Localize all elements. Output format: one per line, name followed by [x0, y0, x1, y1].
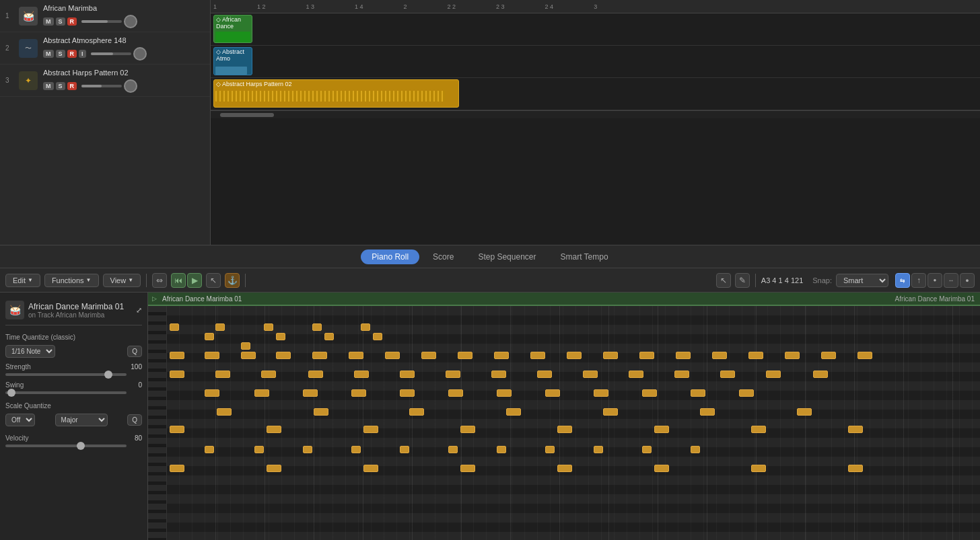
input-monitor-button[interactable]: I: [79, 50, 86, 58]
midi-note[interactable]: [848, 465, 863, 472]
midi-note[interactable]: [303, 446, 312, 453]
midi-note[interactable]: [241, 352, 256, 359]
midi-note[interactable]: [654, 465, 669, 472]
midi-note[interactable]: [545, 389, 560, 397]
midi-note[interactable]: [308, 371, 323, 378]
record-button[interactable]: R: [67, 50, 77, 58]
midi-note[interactable]: [460, 426, 475, 433]
mute-button[interactable]: M: [43, 82, 54, 90]
dot-button[interactable]: ●: [928, 273, 942, 288]
midi-note[interactable]: [351, 446, 361, 453]
midi-note[interactable]: [629, 371, 643, 378]
midi-note[interactable]: [170, 352, 184, 359]
midi-note[interactable]: [205, 389, 219, 397]
midi-note[interactable]: [583, 371, 598, 378]
midi-note[interactable]: [848, 426, 863, 433]
clip-african-dance[interactable]: ◇ African Dance: [213, 15, 252, 43]
midi-note[interactable]: [766, 371, 781, 378]
midi-note[interactable]: [314, 408, 328, 416]
tab-piano-roll[interactable]: Piano Roll: [361, 249, 419, 264]
midi-note[interactable]: [170, 465, 184, 472]
midi-note[interactable]: [400, 446, 409, 453]
up-arrow-button[interactable]: ↑: [911, 273, 926, 288]
velocity-slider[interactable]: [5, 445, 127, 447]
midi-note[interactable]: [751, 465, 766, 472]
midi-note[interactable]: [170, 323, 179, 331]
midi-note[interactable]: [557, 465, 572, 472]
midi-note[interactable]: [373, 333, 382, 340]
midi-note[interactable]: [491, 371, 506, 378]
midi-note[interactable]: [217, 408, 232, 416]
solo-button[interactable]: S: [56, 50, 65, 58]
view-menu[interactable]: View ▼: [103, 274, 141, 287]
track-pan-knob[interactable]: [124, 15, 137, 28]
midi-note[interactable]: [797, 408, 812, 416]
midi-note[interactable]: [361, 323, 370, 331]
midi-note[interactable]: [254, 389, 269, 397]
midi-note[interactable]: [276, 333, 285, 340]
midi-note[interactable]: [205, 352, 219, 359]
midi-note[interactable]: [363, 465, 378, 472]
midi-note[interactable]: [303, 389, 318, 397]
midi-note[interactable]: [351, 389, 366, 397]
track-pan-knob[interactable]: [133, 47, 147, 61]
midi-note[interactable]: [241, 342, 250, 350]
scale-off-select[interactable]: Off On: [5, 414, 35, 426]
midi-note[interactable]: [276, 352, 291, 359]
midi-note[interactable]: [215, 371, 230, 378]
midi-note[interactable]: [312, 323, 322, 331]
midi-note[interactable]: [642, 389, 657, 397]
clip-abstract-atmo[interactable]: ◇ Abstract Atmo: [213, 47, 252, 75]
midi-note[interactable]: [639, 352, 654, 359]
mute-button[interactable]: M: [43, 17, 54, 26]
quantize-apply-button[interactable]: Q: [127, 346, 142, 357]
midi-note[interactable]: [691, 446, 700, 453]
midi-note[interactable]: [446, 371, 460, 378]
functions-menu[interactable]: Functions ▼: [44, 274, 99, 287]
merge-button[interactable]: ⇔: [152, 273, 167, 288]
midi-note[interactable]: [676, 352, 691, 359]
midi-note[interactable]: [603, 352, 618, 359]
midi-note[interactable]: [421, 352, 436, 359]
midi-note[interactable]: [748, 352, 763, 359]
midi-note[interactable]: [691, 389, 705, 397]
midi-note[interactable]: [261, 371, 276, 378]
midi-note[interactable]: [349, 352, 363, 359]
midi-note[interactable]: [409, 408, 424, 416]
midi-note[interactable]: [858, 352, 872, 359]
solo-button[interactable]: S: [56, 17, 65, 26]
midi-note[interactable]: [674, 371, 689, 378]
midi-note[interactable]: [594, 389, 608, 397]
scale-apply-button[interactable]: Q: [127, 414, 142, 426]
midi-note[interactable]: [385, 352, 400, 359]
quantize-note-select[interactable]: 1/16 Note 1/8 Note 1/4 Note: [5, 345, 55, 358]
midi-note[interactable]: [700, 408, 715, 416]
tab-step-sequencer[interactable]: Step Sequencer: [467, 249, 547, 264]
midi-note[interactable]: [448, 446, 458, 453]
strength-thumb[interactable]: [104, 371, 112, 379]
scale-type-select[interactable]: Major Minor Pentatonic: [55, 414, 108, 426]
midi-note[interactable]: [545, 446, 555, 453]
clip-abstract-harps[interactable]: ◇ Abstract Harps Pattern 02: [213, 79, 459, 108]
midi-note[interactable]: [567, 352, 582, 359]
midi-note[interactable]: [537, 371, 552, 378]
midi-note[interactable]: [312, 352, 327, 359]
midi-note[interactable]: [497, 446, 506, 453]
midi-note[interactable]: [205, 446, 214, 453]
note-grid[interactable]: [167, 306, 980, 540]
midi-note[interactable]: [739, 389, 754, 397]
track-pan-knob[interactable]: [124, 79, 137, 93]
midi-note[interactable]: [460, 465, 475, 472]
record-button[interactable]: R: [67, 82, 77, 90]
strength-slider[interactable]: [5, 373, 127, 376]
pencil-tool[interactable]: ✎: [735, 273, 750, 288]
midi-note[interactable]: [494, 352, 509, 359]
midi-note[interactable]: [170, 426, 184, 433]
midi-note[interactable]: [642, 446, 652, 453]
midi-note[interactable]: [497, 389, 512, 397]
swing-thumb[interactable]: [7, 389, 15, 397]
tab-smart-tempo[interactable]: Smart Tempo: [549, 249, 619, 264]
midi-note[interactable]: [594, 446, 603, 453]
midi-note[interactable]: [170, 371, 184, 378]
midi-note[interactable]: [458, 352, 473, 359]
